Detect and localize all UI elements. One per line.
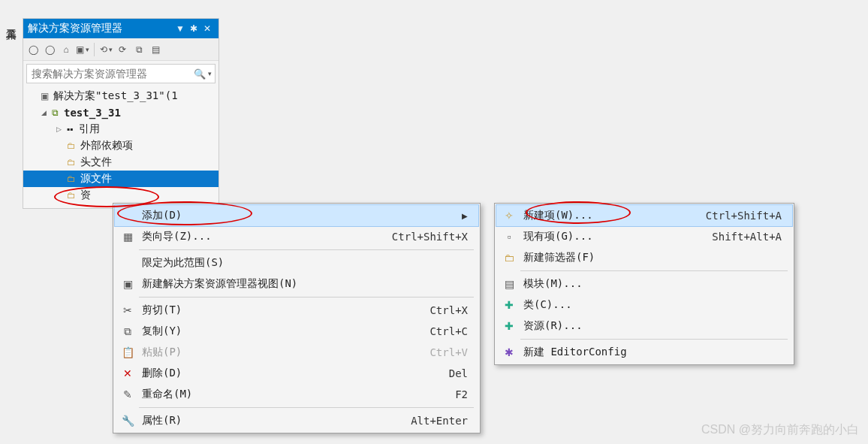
editorconfig-icon: ✱ bbox=[501, 346, 517, 359]
separator bbox=[94, 43, 95, 56]
cut-icon: ✂ bbox=[119, 304, 136, 317]
menu-rename[interactable]: ✎ 重命名(M) F2 bbox=[115, 384, 478, 405]
expander-icon[interactable]: ▷ bbox=[53, 125, 64, 133]
separator bbox=[520, 270, 788, 271]
separator bbox=[139, 297, 474, 298]
search-icon[interactable]: 🔍 bbox=[191, 68, 208, 80]
tree-sources[interactable]: 🗀 源文件 bbox=[23, 171, 219, 187]
context-menu: 添加(D) ▶ ▦ 类向导(Z)... Ctrl+Shift+X 限定为此范围(… bbox=[113, 203, 481, 433]
solution-tree: ▣ 解决方案"test_3_31"(1 ◢ ⧉ test_3_31 ▷ ▪▪ 引… bbox=[23, 86, 219, 208]
references-icon: ▪▪ bbox=[64, 123, 76, 135]
new-item-icon: ✧ bbox=[501, 209, 517, 222]
switch-view-icon[interactable]: ▣ bbox=[76, 43, 89, 56]
solution-icon: ▣ bbox=[38, 90, 50, 102]
new-view-icon: ▣ bbox=[119, 277, 136, 291]
blank-icon bbox=[119, 209, 136, 222]
search-box[interactable]: 🔍 ▾ bbox=[26, 64, 215, 83]
search-input[interactable] bbox=[27, 68, 191, 80]
menu-add[interactable]: 添加(D) ▶ bbox=[115, 205, 478, 226]
collapse-icon[interactable]: ⧉ bbox=[132, 43, 146, 56]
panel-title-bar[interactable]: 解决方案资源管理器 ▼ ✱ ✕ bbox=[23, 19, 219, 38]
wrench-icon: 🔧 bbox=[119, 414, 136, 427]
watermark: CSDN @努力向前奔跑的小白 bbox=[701, 422, 859, 438]
tree-references[interactable]: ▷ ▪▪ 引用 bbox=[23, 121, 219, 137]
submenu-new-item[interactable]: ✧ 新建项(W)... Ctrl+Shift+A bbox=[496, 205, 792, 226]
close-icon[interactable]: ✕ bbox=[200, 23, 214, 34]
properties-icon[interactable]: ▤ bbox=[149, 43, 162, 56]
menu-cut[interactable]: ✂ 剪切(T) Ctrl+X bbox=[115, 300, 478, 321]
delete-icon: ✕ bbox=[119, 367, 136, 380]
panel-toolbar: ◯ ◯ ⌂ ▣ ⟲ ⟳ ⧉ ▤ bbox=[23, 38, 219, 61]
submenu-arrow-icon: ▶ bbox=[457, 212, 468, 220]
rename-icon: ✎ bbox=[119, 388, 136, 401]
separator bbox=[139, 249, 474, 250]
menu-delete[interactable]: ✕ 删除(D) Del bbox=[115, 363, 478, 384]
menu-scope[interactable]: 限定为此范围(S) bbox=[115, 252, 478, 273]
folder-icon: 🗀 bbox=[65, 189, 77, 201]
refresh-icon[interactable]: ⟳ bbox=[116, 43, 129, 56]
pin-icon[interactable]: ✱ bbox=[187, 23, 200, 34]
tree-project[interactable]: ◢ ⧉ test_3_31 bbox=[23, 104, 219, 121]
menu-new-view[interactable]: ▣ 新建解决方案资源管理器视图(N) bbox=[115, 273, 478, 294]
nav-fwd-icon[interactable]: ◯ bbox=[43, 43, 56, 56]
sync-icon[interactable]: ⟲ bbox=[99, 43, 113, 56]
paste-icon: 📋 bbox=[119, 346, 136, 359]
new-filter-icon: 🗀 bbox=[501, 251, 517, 264]
solution-explorer-panel: 解决方案资源管理器 ▼ ✱ ✕ ◯ ◯ ⌂ ▣ ⟲ ⟳ ⧉ ▤ 🔍 ▾ ▣ 解决… bbox=[23, 18, 219, 209]
submenu-class[interactable]: ✚ 类(C)... bbox=[496, 294, 792, 316]
panel-title: 解决方案资源管理器 bbox=[28, 22, 173, 35]
folder-icon: 🗀 bbox=[65, 173, 77, 185]
class-wizard-icon: ▦ bbox=[119, 230, 136, 243]
menu-properties[interactable]: 🔧 属性(R) Alt+Enter bbox=[115, 410, 478, 431]
separator bbox=[139, 407, 474, 408]
search-drop-icon[interactable]: ▾ bbox=[208, 70, 215, 77]
menu-copy[interactable]: ⧉ 复制(Y) Ctrl+C bbox=[115, 321, 478, 342]
copy-icon: ⧉ bbox=[119, 325, 136, 338]
module-icon: ▤ bbox=[501, 277, 517, 291]
home-icon[interactable]: ⌂ bbox=[59, 43, 73, 56]
tree-external-deps[interactable]: 🗀 外部依赖项 bbox=[23, 137, 219, 154]
toolbox-tab[interactable]: 工具箱 bbox=[2, 18, 18, 21]
menu-class-wizard[interactable]: ▦ 类向导(Z)... Ctrl+Shift+X bbox=[115, 226, 478, 247]
window-menu-icon[interactable]: ▼ bbox=[173, 23, 187, 34]
nav-back-icon[interactable]: ◯ bbox=[26, 43, 40, 56]
folder-icon: 🗀 bbox=[65, 140, 77, 152]
tree-solution[interactable]: ▣ 解决方案"test_3_31"(1 bbox=[23, 88, 219, 104]
folder-icon: 🗀 bbox=[65, 156, 77, 168]
submenu-resource[interactable]: ✚ 资源(R)... bbox=[496, 316, 792, 337]
submenu-existing-item[interactable]: ▫ 现有项(G)... Shift+Alt+A bbox=[496, 226, 792, 247]
tree-headers[interactable]: 🗀 头文件 bbox=[23, 154, 219, 171]
separator bbox=[520, 339, 788, 340]
submenu-editorconfig[interactable]: ✱ 新建 EditorConfig bbox=[496, 342, 792, 363]
blank-icon bbox=[119, 256, 136, 270]
resource-icon: ✚ bbox=[501, 319, 517, 333]
tree-resources[interactable]: 🗀 资 bbox=[23, 187, 219, 204]
add-submenu: ✧ 新建项(W)... Ctrl+Shift+A ▫ 现有项(G)... Shi… bbox=[494, 203, 794, 365]
existing-item-icon: ▫ bbox=[501, 230, 517, 243]
class-icon: ✚ bbox=[501, 298, 517, 312]
submenu-new-filter[interactable]: 🗀 新建筛选器(F) bbox=[496, 247, 792, 268]
project-icon: ⧉ bbox=[49, 107, 61, 119]
submenu-module[interactable]: ▤ 模块(M)... bbox=[496, 273, 792, 294]
expander-icon[interactable]: ◢ bbox=[38, 109, 49, 116]
menu-paste: 📋 粘贴(P) Ctrl+V bbox=[115, 342, 478, 363]
